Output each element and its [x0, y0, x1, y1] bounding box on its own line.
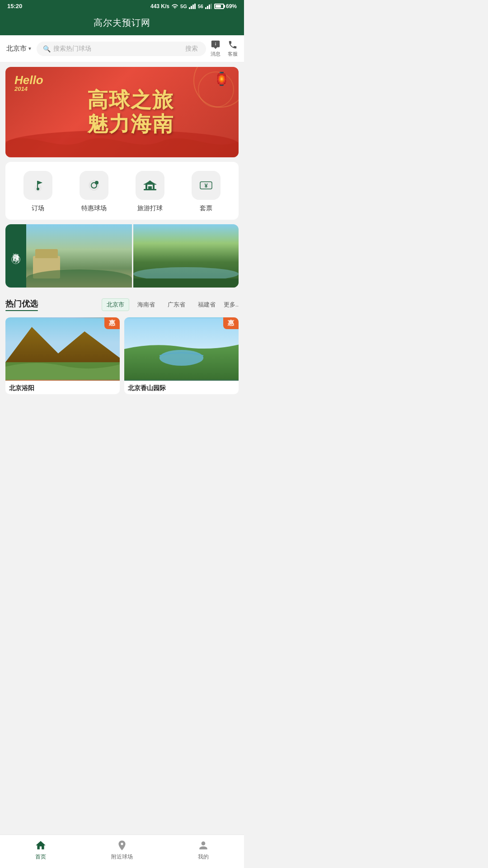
course-card-1[interactable]: 惠 北京浴阳	[5, 317, 120, 394]
banner-line1: 高球之旅	[87, 88, 174, 112]
table-tennis-icon	[87, 178, 101, 193]
search-icon: 🔍	[43, 45, 51, 52]
status-time: 15:20	[7, 3, 22, 9]
battery-text: 69%	[226, 3, 237, 9]
service-label: 客服	[228, 51, 238, 57]
action-package-label: 套票	[200, 204, 212, 212]
course-img-wrap-2: 惠	[124, 317, 239, 381]
package-icon-wrap: ¥	[192, 171, 221, 200]
hot-section: 热门优选 北京市 海南省 广东省 福建省 更多..	[0, 292, 244, 394]
filter-fujian[interactable]: 福建省	[193, 299, 220, 311]
course-grid: 惠 北京浴阳	[5, 317, 239, 394]
city-selector[interactable]: 北京市 ▼	[6, 44, 32, 53]
svg-rect-0	[189, 7, 190, 9]
svg-rect-20	[144, 189, 156, 190]
coupon-icon: ¥	[199, 178, 213, 193]
svg-rect-7	[211, 4, 212, 9]
service-button[interactable]: 客服	[228, 40, 238, 57]
signal-icon-2	[205, 4, 212, 9]
svg-rect-3	[194, 4, 196, 9]
action-discount[interactable]: 特惠球场	[80, 171, 108, 212]
header-icons: 消息 客服	[211, 40, 238, 57]
course-name-2: 北京香山园际	[124, 381, 239, 394]
search-area: 北京市 ▼ 🔍 搜索热门球场 搜索 消息 客服	[0, 35, 244, 62]
quick-actions: 订场 特惠球场 旅游打球 ¥	[5, 162, 239, 220]
pavilion-icon	[143, 178, 157, 193]
filter-more[interactable]: 更多..	[224, 301, 239, 309]
city-name: 北京市	[6, 44, 27, 53]
hot-header: 热门优选 北京市 海南省 广东省 福建省 更多..	[5, 298, 239, 311]
overseas-label-text: 海外球场	[12, 248, 20, 251]
course-landscape-1	[5, 317, 120, 381]
svg-rect-6	[209, 5, 210, 9]
filter-hainan[interactable]: 海南省	[133, 299, 160, 311]
status-56: 56	[198, 4, 203, 9]
action-travel[interactable]: 旅游打球	[136, 171, 164, 212]
status-5g: 5G	[180, 4, 187, 9]
hot-title: 热门优选	[5, 298, 38, 311]
search-input[interactable]: 搜索热门球场	[53, 45, 181, 53]
wifi-icon	[171, 4, 178, 9]
svg-rect-1	[191, 6, 192, 9]
message-icon	[211, 40, 221, 50]
action-book-field-label: 订场	[32, 204, 44, 212]
lantern-icon: 🏮	[214, 71, 230, 86]
chevron-down-icon: ▼	[28, 46, 32, 51]
status-right: 443 K/s 5G 56 69%	[150, 3, 237, 9]
svg-rect-2	[192, 5, 194, 9]
course-image-2	[124, 317, 239, 381]
action-discount-label: 特惠球场	[81, 204, 107, 212]
discount-icon-wrap	[80, 171, 108, 200]
promotional-banner[interactable]: Hello 2014 高球之旅 魅力海南 🏮	[5, 67, 239, 157]
overseas-image-2	[133, 224, 239, 288]
battery-icon	[214, 4, 224, 9]
travel-icon-wrap	[136, 171, 164, 200]
svg-point-11	[37, 188, 39, 190]
message-button[interactable]: 消息	[211, 40, 221, 57]
overseas-label: 海外球场 →	[5, 224, 26, 288]
hot-filters: 北京市 海南省 广东省 福建省 更多..	[102, 298, 239, 311]
svg-rect-19	[148, 186, 152, 189]
banner-logo: Hello 2014	[14, 74, 43, 92]
signal-icon	[189, 4, 196, 9]
svg-rect-18	[153, 184, 155, 189]
action-travel-label: 旅游打球	[137, 204, 163, 212]
app-header: 高尔夫预订网	[0, 12, 244, 35]
search-button[interactable]: 搜索	[183, 45, 200, 53]
overseas-images	[26, 224, 239, 288]
hui-badge-2: 惠	[223, 317, 239, 329]
message-label: 消息	[211, 51, 221, 57]
filter-beijing[interactable]: 北京市	[102, 298, 129, 311]
overseas-image-1	[26, 224, 132, 288]
course-image-1	[5, 317, 120, 381]
course-card-2[interactable]: 惠 北京香山园际	[124, 317, 239, 394]
svg-point-27	[160, 350, 203, 366]
app-title: 高尔夫预订网	[94, 18, 150, 28]
banner-text: 高球之旅 魅力海南	[87, 88, 174, 136]
svg-point-14	[95, 181, 99, 184]
trees-decoration	[26, 269, 132, 288]
action-package[interactable]: ¥ 套票	[192, 171, 221, 212]
course-landscape-2	[124, 317, 239, 381]
status-network: 443 K/s	[150, 3, 169, 9]
search-box[interactable]: 🔍 搜索热门球场 搜索	[37, 42, 206, 56]
golf-flag-icon	[31, 178, 45, 193]
course-img-wrap-1: 惠	[5, 317, 120, 381]
hui-badge-1: 惠	[104, 317, 120, 329]
overseas-section[interactable]: 海外球场 →	[5, 224, 239, 288]
status-bar: 15:20 443 K/s 5G 56 69%	[0, 0, 244, 12]
svg-rect-4	[205, 7, 206, 9]
banner-line2: 魅力海南	[87, 112, 174, 136]
overseas-arrow-icon: →	[11, 255, 20, 264]
filter-guangdong[interactable]: 广东省	[163, 299, 190, 311]
course-name-1: 北京浴阳	[5, 381, 120, 394]
svg-rect-17	[145, 184, 147, 189]
svg-text:¥: ¥	[204, 182, 208, 189]
svg-marker-15	[145, 180, 155, 184]
svg-marker-10	[38, 181, 42, 184]
svg-rect-5	[207, 6, 208, 9]
phone-icon	[228, 40, 238, 50]
action-book-field[interactable]: 订场	[23, 171, 52, 212]
book-field-icon-wrap	[23, 171, 52, 200]
